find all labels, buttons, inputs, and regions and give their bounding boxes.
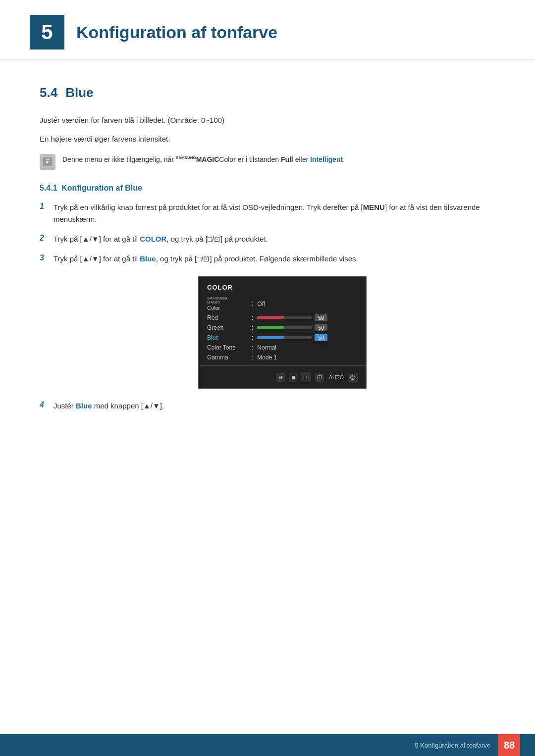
- osd-colon-color-tone: :: [252, 344, 253, 351]
- steps-list-2: 4 Justér Blue med knappen [▲/▼].: [40, 400, 495, 412]
- step-text-1: Tryk på en vilkårlig knap forrest på pro…: [54, 202, 495, 225]
- step-number-3: 3: [40, 253, 49, 262]
- osd-value-red: 50: [315, 314, 327, 321]
- osd-bar-red: [257, 316, 312, 319]
- step-number-4: 4: [40, 400, 49, 409]
- subsection-number: 5.4.1: [40, 184, 57, 192]
- osd-colon-red: :: [252, 314, 253, 321]
- osd-bar-fill-red: [257, 316, 284, 319]
- osd-bar-blue: [257, 336, 312, 339]
- osd-container: COLOR SAMSUNGMAGIC Color : Off Red : 50: [69, 276, 495, 389]
- svg-rect-0: [43, 157, 52, 166]
- osd-colon-gamma: :: [252, 354, 253, 361]
- chapter-number: 5: [30, 15, 64, 50]
- osd-bottom-icons: ◄ ■ ＋ ⊡ AUTO ⏻: [199, 369, 366, 383]
- footer-page-number: 88: [498, 734, 520, 756]
- note-box: Denne menu er ikke tilgængelig, når SAMS…: [40, 154, 495, 170]
- osd-value-green: 50: [315, 324, 327, 331]
- osd-value-color-tone: Normal: [257, 344, 276, 351]
- osd-icon-stop: ■: [289, 373, 297, 382]
- osd-icon-left: ◄: [276, 373, 286, 382]
- svg-rect-2: [46, 161, 50, 162]
- subsection-heading: 5.4.1 Konfiguration af Blue: [40, 184, 495, 193]
- body-line-1: Justér værdien for farven blå i billedet…: [40, 114, 495, 126]
- osd-row-blue: Blue : 50: [199, 333, 366, 343]
- osd-row-magic-color: SAMSUNGMAGIC Color : Off: [199, 295, 366, 313]
- section-number: 5.4: [40, 85, 57, 101]
- step-number-1: 1: [40, 202, 49, 211]
- osd-label-blue: Blue: [207, 334, 252, 341]
- osd-colon-magic: :: [252, 301, 253, 307]
- step-text-2: Tryk på [▲/▼] for at gå til COLOR, og tr…: [54, 233, 268, 245]
- osd-bar-fill-blue: [257, 336, 284, 339]
- osd-screen: COLOR SAMSUNGMAGIC Color : Off Red : 50: [198, 276, 367, 389]
- osd-icon-power: ⏻: [348, 373, 358, 382]
- steps-list: 1 Tryk på en vilkårlig knap forrest på p…: [40, 202, 495, 265]
- osd-bar-red-container: 50: [257, 314, 327, 321]
- body-line-2: En højere værdi øger farvens intensitet.: [40, 133, 495, 145]
- osd-colon-blue: :: [252, 334, 253, 341]
- note-icon: [40, 154, 55, 170]
- osd-auto-label: AUTO: [329, 374, 344, 380]
- osd-colon-green: :: [252, 324, 253, 331]
- svg-rect-1: [46, 159, 50, 160]
- chapter-header: 5 Konfiguration af tonfarve: [0, 0, 535, 60]
- main-content: 5.4 Blue Justér værdien for farven blå i…: [0, 65, 535, 461]
- step-3: 3 Tryk på [▲/▼] for at gå til Blue, og t…: [40, 253, 495, 265]
- osd-row-gamma: Gamma : Mode 1: [199, 353, 366, 362]
- osd-bar-green: [257, 326, 312, 329]
- page-footer: 5 Konfiguration af tonfarve 88: [0, 734, 535, 756]
- osd-bar-blue-container: 50: [257, 334, 327, 341]
- osd-row-red: Red : 50: [199, 313, 366, 323]
- osd-value-blue: 50: [315, 334, 327, 341]
- osd-label-magic: SAMSUNGMAGIC Color: [207, 297, 252, 311]
- section-heading: 5.4 Blue: [40, 85, 495, 101]
- osd-value-gamma: Mode 1: [257, 354, 277, 361]
- osd-bar-green-container: 50: [257, 324, 327, 331]
- osd-row-color-tone: Color Tone : Normal: [199, 343, 366, 353]
- osd-value-magic: Off: [257, 301, 265, 307]
- osd-icon-enter: ⊡: [315, 373, 324, 382]
- osd-row-green: Green : 50: [199, 323, 366, 333]
- section-title: Blue: [65, 85, 93, 101]
- step-number-2: 2: [40, 233, 49, 243]
- note-text: Denne menu er ikke tilgængelig, når SAMS…: [62, 154, 345, 165]
- step-2: 2 Tryk på [▲/▼] for at gå til COLOR, og …: [40, 233, 495, 245]
- osd-label-red: Red: [207, 314, 252, 321]
- svg-rect-3: [46, 162, 48, 163]
- osd-label-green: Green: [207, 324, 252, 331]
- chapter-title: Konfiguration af tonfarve: [76, 23, 277, 42]
- step-text-3: Tryk på [▲/▼] for at gå til Blue, og try…: [54, 253, 358, 265]
- subsection-title: Konfiguration af Blue: [59, 184, 142, 192]
- osd-label-gamma: Gamma: [207, 354, 252, 361]
- osd-title: COLOR: [199, 284, 366, 295]
- step-text-4: Justér Blue med knappen [▲/▼].: [54, 400, 164, 412]
- osd-label-color-tone: Color Tone: [207, 344, 252, 351]
- step-4: 4 Justér Blue med knappen [▲/▼].: [40, 400, 495, 412]
- osd-icon-plus: ＋: [301, 372, 311, 382]
- footer-chapter-ref: 5 Konfiguration af tonfarve: [415, 742, 491, 749]
- osd-bar-fill-green: [257, 326, 284, 329]
- step-1: 1 Tryk på en vilkårlig knap forrest på p…: [40, 202, 495, 225]
